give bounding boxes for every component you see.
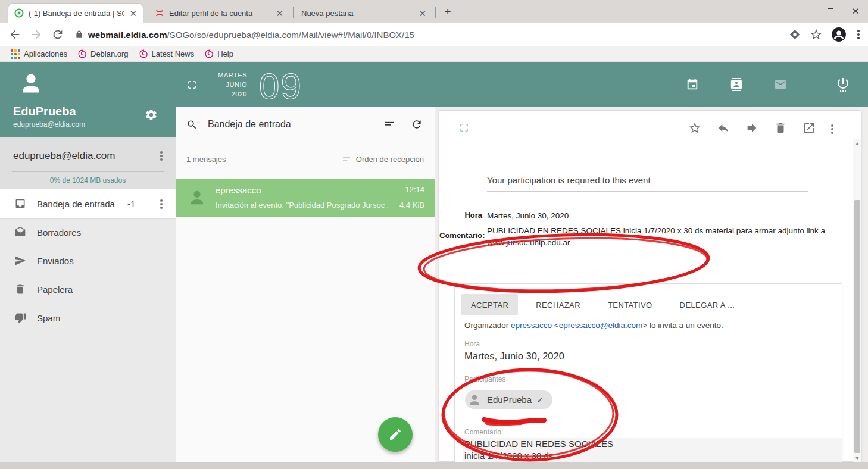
navigation-bar: webmail.eldia.com/SOGo/so/eduprueba@eldi… bbox=[0, 23, 868, 46]
trash-icon bbox=[14, 283, 26, 295]
accept-button[interactable]: ACEPTAR bbox=[461, 294, 518, 315]
mail-menu-icon[interactable] bbox=[831, 121, 833, 135]
open-in-new-icon[interactable] bbox=[803, 121, 816, 135]
contacts-module-icon[interactable] bbox=[730, 78, 743, 91]
sort-order-label[interactable]: Orden de recepción bbox=[356, 155, 424, 164]
back-icon[interactable] bbox=[8, 28, 21, 41]
list-subheader: 1 mensajes Orden de recepción bbox=[176, 142, 435, 176]
forward-icon[interactable] bbox=[30, 28, 43, 41]
date-month: JUNIO bbox=[176, 80, 247, 89]
folder-label: Spam bbox=[37, 313, 60, 323]
close-tab-icon[interactable]: ✕ bbox=[129, 9, 137, 18]
participants-label: Participantes bbox=[464, 375, 505, 383]
sidebar-item-drafts[interactable]: Borradores bbox=[0, 218, 176, 246]
profile-avatar-icon[interactable] bbox=[831, 27, 847, 42]
debian-swirl-icon bbox=[205, 49, 214, 58]
bookmark-latest-news[interactable]: Latest News bbox=[139, 49, 195, 58]
scroll-down-icon[interactable]: ▼ bbox=[853, 454, 861, 462]
scrollbar[interactable]: ▲ ▼ bbox=[853, 139, 861, 462]
new-tab-button[interactable]: + bbox=[441, 5, 455, 20]
message-count: 1 mensajes bbox=[186, 155, 342, 164]
scroll-up-icon[interactable]: ▲ bbox=[853, 139, 861, 148]
decline-button[interactable]: RECHAZAR bbox=[526, 294, 590, 315]
navbar-actions bbox=[788, 27, 860, 42]
inbox-icon bbox=[14, 198, 26, 210]
svg-text:09: 09 bbox=[259, 65, 302, 106]
organizer-link[interactable]: epressacco <epressacco@eldia.com> bbox=[511, 321, 647, 330]
message-list-pane: MARTES JUNIO 2020 09 Bandeja de entrada … bbox=[176, 62, 435, 469]
tab-inbox[interactable]: (-1) Bandeja de entrada | SO ✕ bbox=[8, 4, 143, 23]
participation-note: Your participation is required to this e… bbox=[487, 175, 651, 185]
tab-title: Nueva pestaña bbox=[301, 9, 414, 18]
date-year: 2020 bbox=[176, 89, 247, 99]
forward-icon[interactable] bbox=[745, 121, 758, 135]
delegate-button[interactable]: DELEGAR A ... bbox=[670, 294, 745, 315]
bookmark-apps[interactable]: Aplicaciones bbox=[11, 49, 67, 59]
logout-power-icon[interactable] bbox=[836, 76, 850, 93]
url-path: /SOGo/so/eduprueba@eldia.com/Mail/view#!… bbox=[167, 30, 414, 40]
drafts-icon bbox=[14, 226, 26, 238]
sogo-target-icon bbox=[14, 8, 24, 18]
participant-name: EduPrueba bbox=[487, 395, 532, 405]
mail-module-icon[interactable] bbox=[774, 78, 787, 91]
debian-swirl-icon bbox=[78, 49, 87, 58]
account-email[interactable]: eduprueba@eldia.com bbox=[13, 150, 115, 162]
mail-toolbar bbox=[439, 111, 861, 151]
send-icon bbox=[14, 255, 26, 267]
browser-menu-icon[interactable] bbox=[857, 29, 860, 40]
mail-view-pane: Your participation is required to this e… bbox=[435, 107, 868, 462]
folder-menu-icon[interactable] bbox=[160, 198, 163, 210]
reload-icon[interactable] bbox=[51, 28, 64, 41]
calendar-module-icon[interactable] bbox=[686, 78, 699, 91]
message-row[interactable]: epressacco 12:14 Invitación al evento: "… bbox=[176, 179, 435, 217]
bookmark-label: Debian.org bbox=[90, 49, 129, 58]
sidebar-item-trash[interactable]: Papelera bbox=[0, 275, 176, 304]
sidebar-item-sent[interactable]: Enviados bbox=[0, 246, 176, 275]
sort-order-icon[interactable] bbox=[342, 155, 351, 164]
tab-strip: (-1) Bandeja de entrada | SO ✕ Editar pe… bbox=[0, 0, 868, 23]
participant-chip[interactable]: EduPrueba ✓ bbox=[465, 390, 552, 409]
sidebar-item-spam[interactable]: Spam bbox=[0, 304, 176, 332]
hora-value: Martes, Junio 30, 2020 bbox=[464, 351, 564, 362]
sort-icon[interactable] bbox=[383, 118, 395, 130]
tab-newtab[interactable]: Nueva pestaña ✕ bbox=[295, 4, 432, 23]
debian-swirl-icon bbox=[139, 49, 148, 58]
close-tab-icon[interactable]: ✕ bbox=[419, 9, 426, 18]
bookmark-help[interactable]: Help bbox=[205, 49, 233, 58]
sidebar-item-inbox[interactable]: Bandeja de entrada -1 bbox=[0, 189, 176, 218]
account-block: eduprueba@eldia.com 0% de 1024 MB usados bbox=[0, 137, 176, 189]
bookmark-debian[interactable]: Debian.org bbox=[78, 49, 129, 58]
refresh-icon[interactable] bbox=[411, 118, 423, 130]
list-header: MARTES JUNIO 2020 09 bbox=[176, 62, 435, 107]
search-bar[interactable]: Bandeja de entrada bbox=[176, 107, 435, 142]
url-text: webmail.eldia.com/SOGo/so/eduprueba@eldi… bbox=[88, 30, 414, 40]
reply-icon[interactable] bbox=[717, 121, 730, 135]
tab-profile[interactable]: Editar perfil de la cuenta ✕ bbox=[149, 4, 289, 23]
bookmark-label: Aplicaciones bbox=[24, 49, 67, 58]
address-bar[interactable]: webmail.eldia.com/SOGo/so/eduprueba@eldi… bbox=[75, 30, 783, 40]
close-tab-icon[interactable]: ✕ bbox=[276, 9, 283, 18]
participant-avatar-icon bbox=[467, 393, 482, 407]
gear-icon[interactable] bbox=[145, 108, 158, 121]
star-icon[interactable] bbox=[688, 121, 701, 135]
expand-icon[interactable] bbox=[459, 123, 469, 133]
sidebar: EduPrueba eduprueba@eldia.com eduprueba@… bbox=[0, 62, 176, 469]
compose-button[interactable] bbox=[378, 417, 413, 452]
comment-line: inicia 1/7/2020 x 30 ds bbox=[463, 450, 842, 462]
hora-label: Hora bbox=[464, 340, 480, 348]
bookmarks-bar: Aplicaciones Debian.org Latest News Help bbox=[0, 46, 868, 62]
close-window-button[interactable]: ✕ bbox=[848, 4, 863, 19]
minimize-button[interactable]: – bbox=[798, 4, 813, 19]
maximize-button[interactable] bbox=[823, 4, 838, 19]
window-controls: – ✕ bbox=[798, 0, 863, 23]
comment-date: 1/7/2020 bbox=[487, 451, 522, 461]
tentative-button[interactable]: TENTATIVO bbox=[598, 294, 662, 315]
delete-icon[interactable] bbox=[774, 121, 787, 135]
organizer-prefix: Organizador bbox=[464, 321, 511, 330]
bookmark-label: Latest News bbox=[152, 49, 195, 58]
scrollbar-thumb[interactable] bbox=[854, 200, 860, 453]
bookmark-star-icon[interactable] bbox=[810, 28, 823, 41]
message-sender: epressacco bbox=[216, 185, 261, 195]
account-menu-icon[interactable] bbox=[160, 150, 163, 162]
privacy-eye-icon[interactable] bbox=[788, 28, 801, 41]
